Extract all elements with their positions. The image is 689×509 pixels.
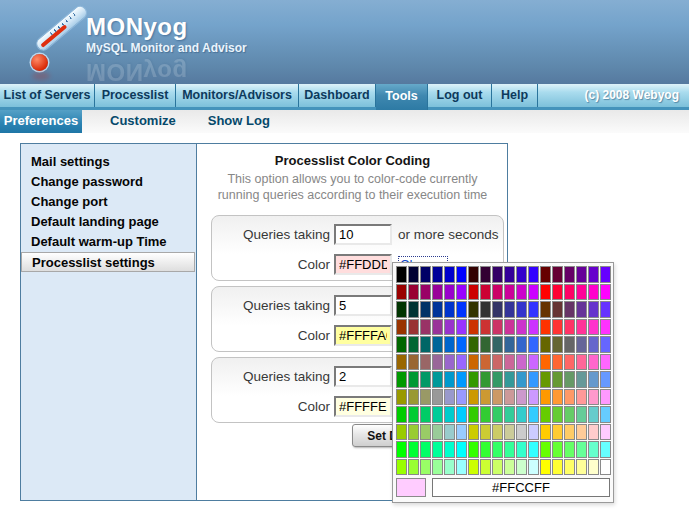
palette-swatch[interactable] [456,336,467,353]
palette-swatch[interactable] [540,371,551,388]
palette-swatch[interactable] [564,336,575,353]
palette-swatch[interactable] [480,371,491,388]
palette-swatch[interactable] [468,389,479,406]
palette-swatch[interactable] [552,389,563,406]
palette-swatch[interactable] [588,459,599,476]
nav-tab-log-out[interactable]: Log out [428,84,492,107]
palette-swatch[interactable] [552,284,563,301]
palette-swatch[interactable] [456,389,467,406]
palette-swatch[interactable] [444,301,455,318]
palette-swatch[interactable] [528,266,539,283]
palette-swatch[interactable] [540,441,551,458]
palette-swatch[interactable] [600,371,611,388]
sidebar-item-change-port[interactable]: Change port [21,192,196,212]
palette-swatch[interactable] [432,266,443,283]
palette-swatch[interactable] [576,319,587,336]
nav-tab-processlist[interactable]: Processlist [95,84,176,107]
palette-swatch[interactable] [432,441,443,458]
palette-swatch[interactable] [528,424,539,441]
palette-swatch[interactable] [468,319,479,336]
palette-swatch[interactable] [504,266,515,283]
palette-swatch[interactable] [468,284,479,301]
subnav-tab-preferences[interactable]: Preferences [0,110,82,133]
sidebar-item-change-password[interactable]: Change password [21,172,196,192]
palette-swatch[interactable] [492,441,503,458]
palette-swatch[interactable] [564,266,575,283]
palette-swatch[interactable] [576,406,587,423]
palette-swatch[interactable] [480,301,491,318]
palette-swatch[interactable] [588,266,599,283]
sidebar-item-default-warm-up-time[interactable]: Default warm-up Time [21,232,196,252]
palette-swatch[interactable] [600,441,611,458]
palette-swatch[interactable] [600,266,611,283]
palette-swatch[interactable] [516,284,527,301]
palette-swatch[interactable] [588,301,599,318]
palette-swatch[interactable] [408,459,419,476]
palette-swatch[interactable] [576,389,587,406]
palette-swatch[interactable] [456,371,467,388]
palette-swatch[interactable] [420,336,431,353]
palette-swatch[interactable] [516,336,527,353]
palette-swatch[interactable] [588,354,599,371]
palette-swatch[interactable] [528,406,539,423]
color-value-input-3[interactable] [334,396,392,417]
palette-swatch[interactable] [480,319,491,336]
palette-swatch[interactable] [492,406,503,423]
palette-swatch[interactable] [588,371,599,388]
palette-swatch[interactable] [456,301,467,318]
subnav-tab-customize[interactable]: Customize [94,110,192,133]
palette-swatch[interactable] [516,424,527,441]
palette-swatch[interactable] [576,284,587,301]
palette-swatch[interactable] [420,459,431,476]
palette-swatch[interactable] [444,459,455,476]
palette-swatch[interactable] [588,319,599,336]
palette-swatch[interactable] [564,301,575,318]
palette-swatch[interactable] [540,406,551,423]
palette-swatch[interactable] [576,336,587,353]
palette-swatch[interactable] [420,354,431,371]
palette-swatch[interactable] [408,389,419,406]
palette-swatch[interactable] [588,336,599,353]
palette-swatch[interactable] [576,266,587,283]
palette-swatch[interactable] [552,354,563,371]
palette-swatch[interactable] [552,319,563,336]
palette-swatch[interactable] [564,284,575,301]
palette-swatch[interactable] [492,354,503,371]
palette-swatch[interactable] [540,301,551,318]
palette-swatch[interactable] [492,389,503,406]
palette-swatch[interactable] [480,459,491,476]
palette-swatch[interactable] [396,389,407,406]
palette-swatch[interactable] [432,319,443,336]
palette-swatch[interactable] [576,301,587,318]
selected-color-hex-input[interactable] [432,478,610,497]
palette-swatch[interactable] [552,266,563,283]
palette-swatch[interactable] [480,389,491,406]
palette-swatch[interactable] [396,406,407,423]
palette-swatch[interactable] [444,266,455,283]
palette-swatch[interactable] [408,301,419,318]
palette-swatch[interactable] [552,459,563,476]
palette-swatch[interactable] [600,301,611,318]
palette-swatch[interactable] [408,319,419,336]
palette-swatch[interactable] [528,441,539,458]
palette-swatch[interactable] [504,336,515,353]
sidebar-item-processlist-settings[interactable]: Processlist settings [21,252,195,272]
color-value-input-1[interactable] [334,254,392,275]
palette-swatch[interactable] [564,406,575,423]
palette-swatch[interactable] [468,266,479,283]
palette-swatch[interactable] [480,424,491,441]
palette-swatch[interactable] [444,424,455,441]
palette-swatch[interactable] [504,319,515,336]
palette-swatch[interactable] [504,284,515,301]
palette-swatch[interactable] [516,266,527,283]
palette-swatch[interactable] [432,424,443,441]
nav-tab-dashboard[interactable]: Dashboard [299,84,376,107]
palette-swatch[interactable] [408,441,419,458]
palette-swatch[interactable] [408,406,419,423]
palette-swatch[interactable] [396,284,407,301]
palette-swatch[interactable] [396,459,407,476]
palette-swatch[interactable] [528,459,539,476]
palette-swatch[interactable] [504,441,515,458]
palette-swatch[interactable] [444,284,455,301]
palette-swatch[interactable] [516,441,527,458]
